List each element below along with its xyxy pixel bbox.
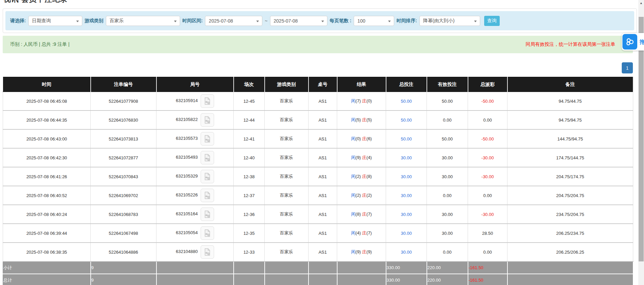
video-file-icon <box>204 192 211 199</box>
cell-valid-bet: 30.00 <box>427 167 468 186</box>
cell-bet-id: 522641067498 <box>91 224 156 243</box>
same-round-notice: 同局有效投注，统一计算在该局第一张注单 <box>526 41 615 48</box>
banker-result-label: 庄 <box>362 212 367 217</box>
total-bet-link[interactable]: 50.00 <box>401 99 412 104</box>
total-valid-bet: 220.00 <box>427 274 468 285</box>
total-bet-link[interactable]: 30.00 <box>401 155 412 160</box>
cell-bet-id: 522641070843 <box>91 167 156 186</box>
cell-table-no: AS1 <box>309 92 337 111</box>
table-row: 2025-07-08 06:40:52 522641069702 6321052… <box>3 186 633 205</box>
cell-remark: 206.25/206.25 <box>507 243 633 261</box>
video-replay-button[interactable] <box>201 170 214 183</box>
cell-payout: -50.00 <box>468 129 507 148</box>
video-file-icon <box>204 229 211 237</box>
video-replay-button[interactable] <box>201 208 214 221</box>
query-type-select[interactable]: 日期查询 <box>28 16 82 26</box>
col-total-bet: 总投注 <box>386 77 427 92</box>
cell-round-id: 632104880 <box>156 243 234 261</box>
cell-payout: 0.00 <box>468 186 507 205</box>
video-replay-button[interactable] <box>201 151 214 164</box>
banker-result-label: 庄 <box>362 174 367 179</box>
video-replay-button[interactable] <box>201 132 214 146</box>
total-count: 9 <box>91 274 156 285</box>
total-bet-link[interactable]: 30.00 <box>401 212 412 217</box>
banker-result-value: (7) <box>367 230 372 235</box>
cell-payout: -30.00 <box>468 148 507 167</box>
banker-result-label: 庄 <box>362 249 367 254</box>
query-type-value: 日期查询 <box>32 18 51 24</box>
video-replay-button[interactable] <box>201 113 214 127</box>
total-bet-link[interactable]: 30.00 <box>401 231 412 236</box>
video-replay-button[interactable] <box>201 94 214 108</box>
game-type-select[interactable]: 百家乐 <box>106 16 180 26</box>
banker-result-value: (7) <box>367 212 372 217</box>
video-replay-button[interactable] <box>201 245 214 259</box>
cell-round-id: 632105822 <box>156 110 234 129</box>
currency-total-text: 币别 : 人民币 | 总共 :9 注单 | <box>10 41 69 48</box>
total-bet-link[interactable]: 30.00 <box>401 193 412 198</box>
cell-remark: 94.75/94.75 <box>507 110 633 129</box>
cell-game-type: 百家乐 <box>265 243 309 261</box>
total-bet-link[interactable]: 30.00 <box>401 250 412 255</box>
video-replay-button[interactable] <box>201 189 214 202</box>
table-row: 2025-07-08 06:39:44 522641067498 6321050… <box>3 224 633 243</box>
page-title-text: 视讯 会员下注纪录 <box>3 0 644 4</box>
cell-payout: -50.00 <box>468 92 507 111</box>
table-header-row: 时间 注单编号 局号 场次 游戏类别 桌号 结果 总投注 有效投注 总派彩 备注 <box>3 77 633 92</box>
cell-game-type: 百家乐 <box>265 205 309 224</box>
page-title: 视讯 会员下注纪录 <box>3 0 644 4</box>
cell-table-no: AS1 <box>309 205 337 224</box>
share-cloud-icon[interactable] <box>622 34 637 50</box>
cell-round-id: 632105054 <box>156 224 234 243</box>
banker-result-value: (0) <box>367 98 372 103</box>
round-id-text: 632105914 <box>176 98 198 103</box>
cell-table-no: AS1 <box>309 243 337 261</box>
player-result-label: 闲 <box>351 230 355 235</box>
player-result-label: 闲 <box>351 155 355 160</box>
page-1-button[interactable]: 1 <box>622 62 633 73</box>
filter-bar: 请选择: 日期查询 游戏类别 百家乐 时间区间: 2025-07-08 ~ 20… <box>5 11 634 30</box>
cell-round-id: 632105164 <box>156 205 234 224</box>
chevron-down-icon <box>321 21 324 22</box>
cell-bet-id: 522641076830 <box>91 110 156 129</box>
cell-table-no: AS1 <box>309 186 337 205</box>
cell-time: 2025-07-08 06:39:44 <box>3 224 91 243</box>
video-replay-button[interactable] <box>201 226 214 240</box>
cell-time: 2025-07-08 06:40:24 <box>3 205 91 224</box>
cell-game-type: 百家乐 <box>265 129 309 148</box>
cell-game-type: 百家乐 <box>265 148 309 167</box>
player-result-label: 闲 <box>351 212 355 217</box>
filter-panel: 请选择: 日期查询 游戏类别 百家乐 时间区间: 2025-07-08 ~ 20… <box>3 8 637 33</box>
date-from-input[interactable]: 2025-07-08 <box>205 16 262 26</box>
page-size-label: 每页笔数 : <box>330 18 352 24</box>
cell-result: 闲(7) 庄(0) <box>337 92 386 111</box>
total-bet-link[interactable]: 50.00 <box>401 118 412 123</box>
table-row: 2025-07-08 06:43:00 522641073813 6321055… <box>3 129 633 148</box>
cell-game-type: 百家乐 <box>265 224 309 243</box>
video-file-icon <box>204 173 211 180</box>
total-row: 总计 9 330.00 220.00 -161.50 <box>3 274 633 285</box>
drag-widget[interactable]: 拖 <box>622 33 644 51</box>
video-file-icon <box>204 135 211 142</box>
scroll-up-icon[interactable]: ▲ <box>638 0 644 6</box>
col-result: 结果 <box>337 77 386 92</box>
table-body: 2025-07-08 06:45:08 522641077908 6321059… <box>3 92 633 262</box>
total-payout: -161.50 <box>468 274 507 285</box>
cell-result: 闲(5) 庄(5) <box>337 110 386 129</box>
cell-session: 12-36 <box>234 205 265 224</box>
round-id-text: 632105054 <box>176 230 198 235</box>
search-button[interactable]: 查询 <box>484 16 500 26</box>
cell-session: 12-40 <box>234 148 265 167</box>
banker-result-value: (2) <box>367 193 372 198</box>
scrollbar-thumb[interactable] <box>639 17 644 261</box>
total-bet-link[interactable]: 30.00 <box>401 174 412 179</box>
player-result-label: 闲 <box>351 98 355 103</box>
cell-result: 闲(2) 庄(2) <box>337 186 386 205</box>
total-bet-link[interactable]: 50.00 <box>401 136 412 141</box>
time-sort-select[interactable]: 降幂(由大到小) <box>419 16 480 26</box>
video-file-icon <box>204 97 211 105</box>
date-to-input[interactable]: 2025-07-08 <box>270 16 327 26</box>
cell-session: 12-45 <box>234 92 265 111</box>
page-size-select[interactable]: 100 <box>354 16 394 26</box>
cell-game-type: 百家乐 <box>265 110 309 129</box>
